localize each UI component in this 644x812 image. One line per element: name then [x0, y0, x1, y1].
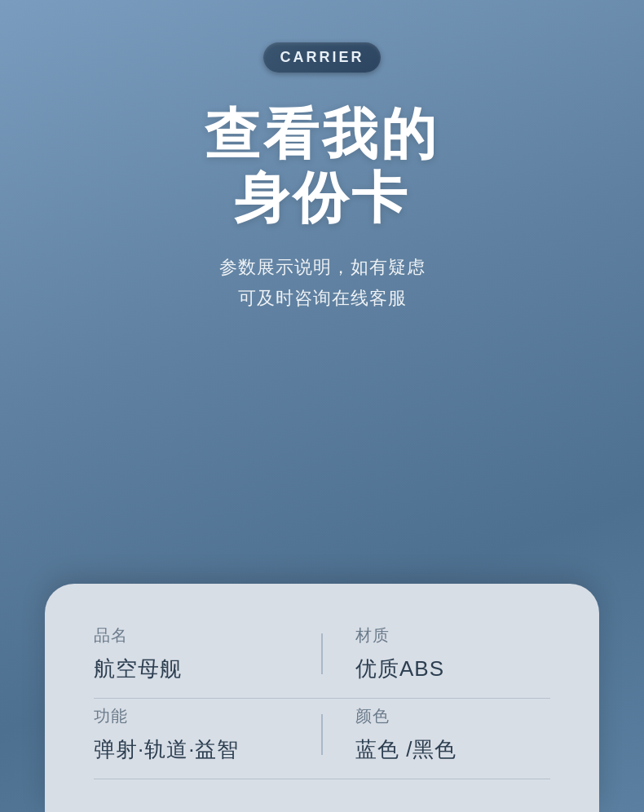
label-color: 颜色	[355, 705, 390, 727]
info-cell-material: 材质 优质ABS	[323, 624, 550, 683]
value-function: 弹射·轨道·益智	[94, 735, 321, 764]
subtitle-line2: 可及时咨询在线客服	[219, 283, 426, 313]
label-function: 功能	[94, 705, 321, 727]
page-wrapper: CARRIER 查看我的 身份卡 参数展示说明，如有疑虑 可及时咨询在线客服 品…	[0, 0, 644, 812]
label-name: 品名	[94, 624, 321, 647]
card-inner: 品名 航空母舰 材质 优质ABS 功能 弹射·轨道·益智 颜色	[94, 592, 550, 812]
subtitle-line1: 参数展示说明，如有疑虑	[219, 252, 426, 282]
heading-line1: 查看我的	[205, 103, 439, 165]
carrier-badge: CARRIER	[263, 42, 380, 73]
value-color: 蓝色 /黑色	[355, 735, 457, 764]
main-heading: 查看我的 身份卡	[205, 102, 439, 229]
carrier-badge-text: CARRIER	[280, 49, 364, 66]
info-cell-function: 功能 弹射·轨道·益智	[94, 705, 321, 764]
info-row-1: 品名 航空母舰 材质 优质ABS	[94, 624, 550, 698]
heading-line2: 身份卡	[234, 166, 410, 228]
card-bottom-space	[94, 779, 550, 812]
label-material: 材质	[355, 624, 390, 647]
separator-1	[321, 633, 323, 674]
info-row-2: 功能 弹射·轨道·益智 颜色 蓝色 /黑色	[94, 699, 550, 779]
product-info-card: 品名 航空母舰 材质 优质ABS 功能 弹射·轨道·益智 颜色	[45, 584, 599, 812]
info-cell-color: 颜色 蓝色 /黑色	[323, 705, 550, 764]
separator-2	[321, 714, 323, 755]
value-name: 航空母舰	[94, 655, 321, 683]
value-material: 优质ABS	[355, 655, 444, 683]
subtitle: 参数展示说明，如有疑虑 可及时咨询在线客服	[219, 252, 426, 313]
info-cell-name: 品名 航空母舰	[94, 624, 321, 683]
